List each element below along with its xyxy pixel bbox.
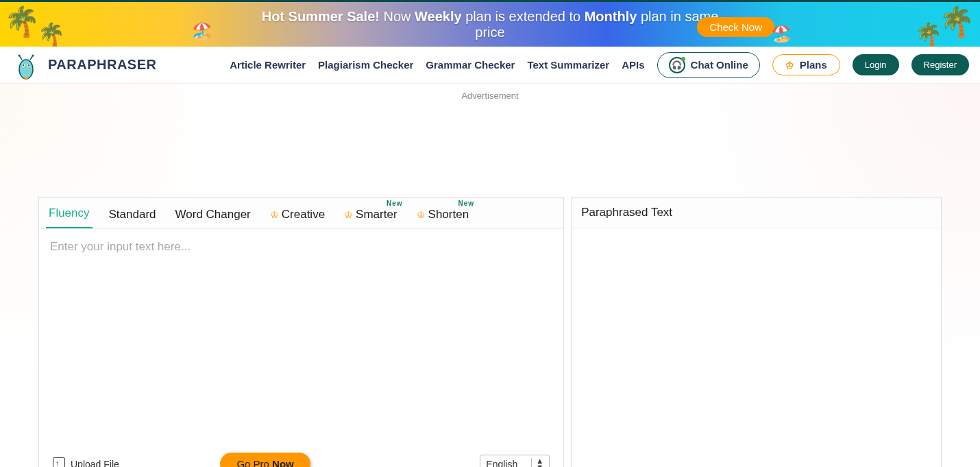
chat-online-label: Chat Online: [691, 59, 748, 71]
nav-text-summarizer[interactable]: Text Summarizer: [527, 59, 609, 71]
banner-text: Hot Summer Sale! Now Weekly plan is exte…: [257, 9, 723, 40]
login-button[interactable]: Login: [853, 54, 899, 75]
output-panel: Paraphrased Text: [571, 197, 942, 467]
check-now-button[interactable]: Check Now: [697, 17, 774, 37]
tab-creative[interactable]: Creative: [267, 201, 328, 228]
upload-file-button[interactable]: Upload File: [53, 457, 119, 468]
new-badge: New: [458, 200, 475, 207]
output-title: Paraphrased Text: [572, 197, 941, 228]
tab-smarter-label: Smarter: [356, 208, 397, 221]
language-select[interactable]: English ▲▼: [480, 455, 550, 468]
tab-standard[interactable]: Standard: [106, 201, 159, 228]
plans-button[interactable]: ♔ Plans: [772, 54, 840, 75]
svg-point-4: [28, 64, 29, 66]
tab-shorten-label: Shorten: [428, 208, 469, 221]
tab-creative-label: Creative: [282, 208, 325, 221]
tab-smarter[interactable]: SmarterNew: [341, 201, 400, 228]
palm-icon: 🌴: [915, 21, 942, 47]
logo-icon: [11, 50, 41, 80]
plans-label: Plans: [800, 59, 827, 71]
upload-icon: [53, 457, 65, 468]
advertisement-space: [0, 108, 980, 197]
brand-name: PARAPHRASER: [48, 57, 156, 73]
palm-icon: 🌴: [4, 5, 40, 38]
tab-fluency[interactable]: Fluency: [46, 200, 93, 228]
language-label: English: [486, 459, 517, 468]
updown-icon: ▲▼: [531, 458, 543, 468]
nav-article-rewriter[interactable]: Article Rewriter: [230, 59, 306, 71]
chat-online-button[interactable]: 🎧 Chat Online: [657, 52, 760, 78]
go-pro-now: Now: [272, 458, 294, 467]
input-panel: Fluency Standard Word Changer Creative S…: [38, 197, 564, 467]
logo[interactable]: PARAPHRASER: [11, 50, 156, 80]
header-nav: PARAPHRASER Article Rewriter Plagiarism …: [0, 47, 980, 84]
register-button[interactable]: Register: [911, 54, 969, 75]
tab-word-changer[interactable]: Word Changer: [173, 201, 254, 228]
palm-icon: 🌴: [939, 5, 975, 38]
upload-file-label: Upload File: [71, 459, 119, 468]
nav-apis[interactable]: APIs: [622, 59, 644, 71]
nav-grammar-checker[interactable]: Grammar Checker: [426, 59, 515, 71]
svg-point-0: [19, 60, 33, 79]
input-textarea[interactable]: [50, 240, 552, 432]
go-pro-prefix: Go Pro: [236, 458, 272, 467]
svg-point-3: [23, 64, 24, 66]
umbrella-icon: 🏖️: [192, 21, 212, 40]
advertisement-label: Advertisement: [0, 84, 980, 108]
go-pro-button[interactable]: Go Pro Now: [220, 453, 310, 467]
output-body: [572, 228, 941, 466]
tab-shorten[interactable]: ShortenNew: [414, 201, 472, 228]
umbrella-icon: 🏖️: [771, 24, 792, 43]
palm-icon: 🌴: [38, 21, 65, 47]
svg-point-8: [32, 54, 34, 56]
crown-icon: ♔: [785, 60, 794, 71]
nav-plagiarism-checker[interactable]: Plagiarism Checker: [318, 59, 413, 71]
headset-icon: 🎧: [669, 57, 685, 73]
svg-point-7: [19, 54, 21, 56]
mode-tabs: Fluency Standard Word Changer Creative S…: [39, 197, 563, 229]
new-badge: New: [387, 200, 403, 207]
promo-banner: 🌴 🌴 🏖️ Hot Summer Sale! Now Weekly plan …: [0, 0, 980, 47]
